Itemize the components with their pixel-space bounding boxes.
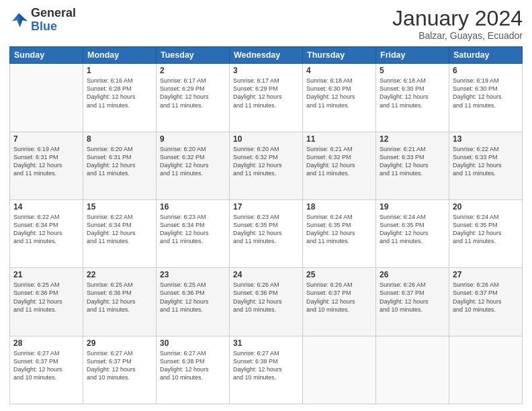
calendar-cell: 7Sunrise: 6:19 AMSunset: 6:31 PMDaylight… (10, 132, 83, 199)
day-info: Sunrise: 6:21 AMSunset: 6:33 PMDaylight:… (380, 145, 445, 178)
day-info: Sunrise: 6:23 AMSunset: 6:35 PMDaylight:… (233, 213, 299, 246)
calendar-cell: 4Sunrise: 6:18 AMSunset: 6:30 PMDaylight… (303, 64, 376, 132)
calendar-cell: 11Sunrise: 6:21 AMSunset: 6:32 PMDayligh… (303, 132, 376, 199)
calendar-cell (449, 336, 523, 404)
day-number: 26 (380, 270, 445, 279)
day-number: 16 (160, 202, 226, 212)
day-number: 17 (233, 202, 299, 212)
day-number: 8 (87, 134, 152, 144)
calendar-cell: 22Sunrise: 6:25 AMSunset: 6:36 PMDayligh… (83, 268, 157, 336)
day-number: 21 (13, 270, 79, 279)
day-number: 2 (160, 66, 226, 75)
day-info: Sunrise: 6:25 AMSunset: 6:36 PMDaylight:… (160, 281, 226, 314)
logo-text: General Blue (31, 7, 76, 34)
location: Balzar, Guayas, Ecuador (392, 30, 523, 41)
day-info: Sunrise: 6:26 AMSunset: 6:37 PMDaylight:… (453, 281, 519, 314)
calendar-cell: 1Sunrise: 6:16 AMSunset: 6:28 PMDaylight… (83, 64, 157, 132)
header-right: January 2024 Balzar, Guayas, Ecuador (392, 7, 523, 41)
day-number: 30 (160, 338, 226, 348)
day-info: Sunrise: 6:16 AMSunset: 6:28 PMDaylight:… (87, 77, 152, 109)
calendar-cell: 6Sunrise: 6:19 AMSunset: 6:30 PMDaylight… (449, 64, 523, 132)
calendar-cell (10, 64, 83, 132)
calendar-week-row: 21Sunrise: 6:25 AMSunset: 6:36 PMDayligh… (10, 268, 523, 336)
day-number: 31 (233, 338, 299, 348)
day-info: Sunrise: 6:19 AMSunset: 6:30 PMDaylight:… (453, 77, 519, 109)
calendar-cell: 13Sunrise: 6:22 AMSunset: 6:33 PMDayligh… (449, 132, 523, 199)
day-number: 22 (87, 270, 152, 279)
day-info: Sunrise: 6:23 AMSunset: 6:34 PMDaylight:… (160, 213, 226, 246)
logo-general: General (31, 7, 76, 20)
calendar-week-row: 7Sunrise: 6:19 AMSunset: 6:31 PMDaylight… (10, 132, 523, 199)
weekday-header-saturday: Saturday (449, 47, 523, 64)
day-number: 14 (13, 202, 79, 212)
day-number: 10 (233, 134, 299, 144)
weekday-header-wednesday: Wednesday (230, 47, 303, 64)
day-info: Sunrise: 6:18 AMSunset: 6:30 PMDaylight:… (306, 77, 372, 109)
logo-blue: Blue (31, 20, 76, 34)
calendar-cell: 9Sunrise: 6:20 AMSunset: 6:32 PMDaylight… (157, 132, 230, 199)
day-info: Sunrise: 6:24 AMSunset: 6:35 PMDaylight:… (380, 213, 445, 246)
day-number: 7 (13, 134, 79, 144)
day-number: 20 (453, 202, 519, 212)
day-info: Sunrise: 6:25 AMSunset: 6:36 PMDaylight:… (13, 281, 79, 314)
day-number: 4 (306, 66, 372, 75)
calendar-week-row: 28Sunrise: 6:27 AMSunset: 6:37 PMDayligh… (10, 336, 523, 404)
day-info: Sunrise: 6:19 AMSunset: 6:31 PMDaylight:… (13, 145, 79, 178)
day-info: Sunrise: 6:27 AMSunset: 6:38 PMDaylight:… (160, 349, 226, 382)
day-info: Sunrise: 6:18 AMSunset: 6:30 PMDaylight:… (380, 77, 445, 109)
calendar-cell: 16Sunrise: 6:23 AMSunset: 6:34 PMDayligh… (157, 199, 230, 267)
day-info: Sunrise: 6:27 AMSunset: 6:37 PMDaylight:… (13, 349, 79, 382)
calendar-cell: 21Sunrise: 6:25 AMSunset: 6:36 PMDayligh… (10, 268, 83, 336)
day-info: Sunrise: 6:26 AMSunset: 6:37 PMDaylight:… (306, 281, 372, 314)
calendar-cell: 3Sunrise: 6:17 AMSunset: 6:29 PMDaylight… (230, 64, 303, 132)
calendar-cell: 26Sunrise: 6:26 AMSunset: 6:37 PMDayligh… (376, 268, 449, 336)
month-title: January 2024 (392, 7, 523, 30)
calendar-cell: 15Sunrise: 6:22 AMSunset: 6:34 PMDayligh… (83, 199, 157, 267)
calendar-cell: 18Sunrise: 6:24 AMSunset: 6:35 PMDayligh… (303, 199, 376, 267)
calendar-cell (376, 336, 449, 404)
day-info: Sunrise: 6:27 AMSunset: 6:38 PMDaylight:… (233, 349, 299, 382)
day-info: Sunrise: 6:20 AMSunset: 6:32 PMDaylight:… (160, 145, 226, 178)
calendar-table: SundayMondayTuesdayWednesdayThursdayFrid… (9, 46, 523, 404)
calendar-week-row: 1Sunrise: 6:16 AMSunset: 6:28 PMDaylight… (10, 64, 523, 132)
day-number: 29 (87, 338, 152, 348)
page: General Blue January 2024 Balzar, Guayas… (0, 0, 532, 411)
day-info: Sunrise: 6:26 AMSunset: 6:37 PMDaylight:… (380, 281, 445, 314)
calendar-cell: 25Sunrise: 6:26 AMSunset: 6:37 PMDayligh… (303, 268, 376, 336)
calendar-cell: 30Sunrise: 6:27 AMSunset: 6:38 PMDayligh… (157, 336, 230, 404)
calendar-cell: 29Sunrise: 6:27 AMSunset: 6:37 PMDayligh… (83, 336, 157, 404)
day-info: Sunrise: 6:22 AMSunset: 6:34 PMDaylight:… (87, 213, 152, 246)
day-number: 5 (380, 66, 445, 75)
day-number: 19 (380, 202, 445, 212)
day-info: Sunrise: 6:22 AMSunset: 6:34 PMDaylight:… (13, 213, 79, 246)
weekday-header-sunday: Sunday (10, 47, 83, 64)
day-number: 13 (453, 134, 519, 144)
calendar-cell: 12Sunrise: 6:21 AMSunset: 6:33 PMDayligh… (376, 132, 449, 199)
calendar-cell: 17Sunrise: 6:23 AMSunset: 6:35 PMDayligh… (230, 199, 303, 267)
weekday-header-tuesday: Tuesday (157, 47, 230, 64)
calendar-cell: 14Sunrise: 6:22 AMSunset: 6:34 PMDayligh… (10, 199, 83, 267)
day-info: Sunrise: 6:26 AMSunset: 6:36 PMDaylight:… (233, 281, 299, 314)
day-number: 11 (306, 134, 372, 144)
day-number: 23 (160, 270, 226, 279)
weekday-header-monday: Monday (83, 47, 157, 64)
calendar-cell: 23Sunrise: 6:25 AMSunset: 6:36 PMDayligh… (157, 268, 230, 336)
day-number: 28 (13, 338, 79, 348)
calendar-cell: 27Sunrise: 6:26 AMSunset: 6:37 PMDayligh… (449, 268, 523, 336)
day-number: 6 (453, 66, 519, 75)
calendar-cell (303, 336, 376, 404)
calendar-cell: 20Sunrise: 6:24 AMSunset: 6:35 PMDayligh… (449, 199, 523, 267)
day-number: 1 (87, 66, 152, 75)
day-number: 24 (233, 270, 299, 279)
day-number: 25 (306, 270, 372, 279)
day-number: 9 (160, 134, 226, 144)
day-number: 27 (453, 270, 519, 279)
day-info: Sunrise: 6:24 AMSunset: 6:35 PMDaylight:… (453, 213, 519, 246)
day-info: Sunrise: 6:21 AMSunset: 6:32 PMDaylight:… (306, 145, 372, 178)
day-info: Sunrise: 6:20 AMSunset: 6:32 PMDaylight:… (233, 145, 299, 178)
day-info: Sunrise: 6:17 AMSunset: 6:29 PMDaylight:… (160, 77, 226, 109)
calendar-cell: 19Sunrise: 6:24 AMSunset: 6:35 PMDayligh… (376, 199, 449, 267)
day-number: 18 (306, 202, 372, 212)
weekday-header-row: SundayMondayTuesdayWednesdayThursdayFrid… (10, 47, 523, 64)
calendar-cell: 28Sunrise: 6:27 AMSunset: 6:37 PMDayligh… (10, 336, 83, 404)
